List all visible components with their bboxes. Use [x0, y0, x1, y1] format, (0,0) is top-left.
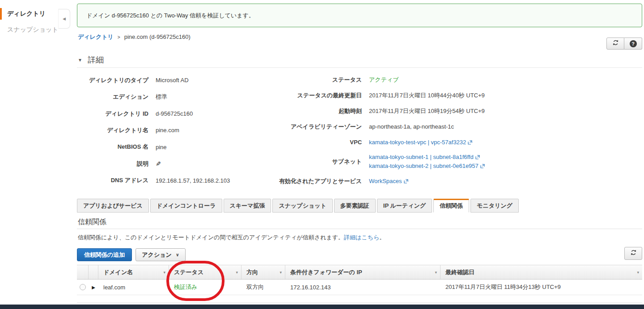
trust-description: 信頼関係により、このドメインとリモートドメインの間で相互のアイデンティティが信頼…: [78, 234, 385, 242]
header-last-checked[interactable]: 最終確認日 ▾: [441, 265, 642, 279]
detail-row: ステータスの最終更新日 2017年11月7日火曜日 10時44分40秒 UTC+…: [279, 88, 642, 103]
details-section-header[interactable]: ▼ 詳細: [78, 54, 104, 65]
sort-arrow-icon[interactable]: ▾: [163, 270, 165, 275]
detail-row: ステータス アクティブ: [279, 72, 642, 88]
learn-more-link[interactable]: 詳細はこちら: [344, 234, 379, 241]
detail-value: d-956725c160: [156, 105, 279, 122]
breadcrumb-directories-link[interactable]: ディレクトリ: [78, 33, 114, 40]
banner-message: ドメイン d-956725c160 との Two-Way 信頼を検証しています。: [86, 12, 254, 20]
tab-label: スナップショット: [279, 202, 326, 209]
refresh-button[interactable]: [606, 38, 624, 50]
detail-label: NetBIOS 名: [77, 139, 156, 155]
trust-description-suffix: 。: [379, 234, 385, 241]
detail-label: 説明: [77, 155, 156, 172]
sidebar-item-directories[interactable]: ディレクトリ: [0, 8, 59, 20]
external-link-icon: [480, 162, 485, 171]
detail-label: ディレクトリ名: [77, 122, 156, 138]
collapse-left-icon: ◀: [63, 17, 66, 21]
trust-table: ドメイン名 ▾ ステータス ▾ 方向 ▾ 条件付きフォワーダーの IP ▾ 最終…: [77, 265, 642, 303]
cell-domain-name: leaf.com: [98, 284, 169, 291]
add-trust-button[interactable]: 信頼関係の追加: [77, 248, 132, 261]
header-select-column: [77, 265, 89, 279]
tab-mfa[interactable]: 多要素認証: [334, 199, 376, 213]
sidebar-item-label: スナップショット: [7, 26, 59, 33]
column-label: 方向: [246, 268, 258, 276]
tab-ip-routing[interactable]: IP ルーティング: [377, 199, 432, 213]
detail-row: 説明 ✎: [77, 155, 279, 172]
subnet-1-link[interactable]: kamata-tokyo-subnet-1 | subnet-8a1f6ffd: [369, 154, 474, 160]
detail-row: ディレクトリのタイプ Microsoft AD: [77, 72, 279, 88]
tab-label: ドメインコントローラ: [157, 202, 216, 209]
help-button[interactable]: ?: [624, 38, 642, 50]
sort-arrow-icon[interactable]: ▾: [637, 270, 639, 275]
detail-value: 192.168.1.57, 192.168.2.103: [156, 172, 279, 189]
row-expand-icon[interactable]: ▶: [92, 285, 95, 290]
table-header-row: ドメイン名 ▾ ステータス ▾ 方向 ▾ 条件付きフォワーダーの IP ▾ 最終…: [77, 265, 642, 280]
refresh-icon: [630, 249, 637, 258]
details-grid: ディレクトリのタイプ Microsoft AD エディション 標準 ディレクトリ…: [77, 72, 642, 189]
success-banner: ドメイン d-956725c160 との Two-Way 信頼を検証しています。: [77, 4, 642, 27]
details-right-column: ステータス アクティブ ステータスの最終更新日 2017年11月7日火曜日 10…: [279, 72, 642, 189]
detail-value: 2017年11月7日火曜日 10時44分40秒 UTC+9: [369, 88, 642, 103]
detail-row: NetBIOS 名 pine: [77, 139, 279, 155]
detail-row: エディション 標準: [77, 88, 279, 105]
sidebar-item-snapshots[interactable]: スナップショット: [0, 24, 59, 36]
sidebar-collapse-handle[interactable]: ◀: [58, 9, 70, 29]
external-link-icon: [475, 153, 480, 162]
detail-label: 起動時刻: [279, 103, 369, 119]
tab-label: 多要素認証: [340, 202, 369, 209]
tab-trust-relationships[interactable]: 信頼関係: [433, 199, 469, 213]
detail-label: アベイラビリティーゾーン: [279, 119, 369, 134]
edit-description-icon[interactable]: ✎: [156, 160, 161, 167]
header-conditional-forwarder-ip[interactable]: 条件付きフォワーダーの IP ▾: [285, 265, 441, 279]
breadcrumb: ディレクトリ>pine.com (d-956725c160): [78, 33, 191, 41]
tab-domain-controllers[interactable]: ドメインコントローラ: [150, 199, 222, 213]
table-footer-spacer: [77, 295, 642, 303]
detail-label: 有効化されたアプリとサービス: [279, 173, 369, 189]
tab-snapshots[interactable]: スナップショット: [272, 199, 332, 213]
detail-row: 起動時刻 2017年11月7日火曜日 10時19分54秒 UTC+9: [279, 103, 642, 119]
column-label: 最終確認日: [445, 268, 475, 276]
actions-label: アクション: [142, 251, 172, 259]
table-row[interactable]: ▶ leaf.com 検証済み 双方向 172.16.102.143 2017年…: [77, 280, 642, 295]
sort-arrow-icon[interactable]: ▾: [236, 270, 238, 275]
detail-label: エディション: [77, 88, 156, 105]
detail-label: DNS アドレス: [77, 172, 156, 189]
row-radio-button[interactable]: [80, 284, 86, 290]
sort-arrow-icon[interactable]: ▾: [280, 270, 282, 275]
detail-row: ディレクトリ ID d-956725c160: [77, 105, 279, 122]
detail-value: 標準: [156, 88, 279, 105]
chevron-down-icon: ∨: [176, 252, 179, 257]
detail-value: Microsoft AD: [156, 72, 279, 88]
actions-dropdown-button[interactable]: アクション ∨: [136, 248, 186, 261]
detail-row: サブネット kamata-tokyo-subnet-1 | subnet-8a1…: [279, 150, 642, 173]
collapse-triangle-icon: ▼: [78, 58, 82, 63]
footer-bar: [0, 305, 644, 309]
tab-label: モニタリング: [477, 202, 513, 209]
external-link-icon: [404, 178, 408, 185]
vpc-link[interactable]: kamata-tokyo-test-vpc | vpc-57af3232: [369, 139, 466, 146]
header-status[interactable]: ステータス ▾: [169, 265, 242, 279]
detail-value: 2017年11月7日火曜日 10時19分54秒 UTC+9: [369, 103, 642, 119]
cell-direction: 双方向: [242, 283, 285, 291]
detail-label: ディレクトリのタイプ: [77, 72, 156, 88]
header-direction[interactable]: 方向 ▾: [242, 265, 285, 279]
details-left-column: ディレクトリのタイプ Microsoft AD エディション 標準 ディレクトリ…: [77, 72, 279, 189]
detail-tabs: アプリおよびサービス ドメインコントローラ スキーマ拡張 スナップショット 多要…: [77, 199, 520, 213]
tab-label: 信頼関係: [440, 202, 463, 209]
external-link-icon: [468, 139, 472, 146]
breadcrumb-separator-icon: >: [118, 35, 120, 40]
workspaces-link[interactable]: WorkSpaces: [369, 178, 402, 184]
tab-apps-and-services[interactable]: アプリおよびサービス: [77, 199, 149, 213]
sort-arrow-icon[interactable]: ▾: [435, 270, 437, 275]
tab-schema-extensions[interactable]: スキーマ拡張: [224, 199, 271, 213]
column-label: ドメイン名: [103, 268, 133, 276]
cell-forwarder-ip: 172.16.102.143: [285, 284, 441, 291]
table-refresh-button[interactable]: [624, 247, 642, 260]
subnet-2-link[interactable]: kamata-tokyo-subnet-2 | subnet-0e61e957: [369, 163, 479, 169]
tab-monitoring[interactable]: モニタリング: [470, 199, 519, 213]
main-content: ドメイン d-956725c160 との Two-Way 信頼を検証しています。…: [77, 0, 642, 309]
header-domain-name[interactable]: ドメイン名 ▾: [98, 265, 169, 279]
detail-row: ディレクトリ名 pine.com: [77, 122, 279, 138]
sidebar-item-label: ディレクトリ: [7, 10, 46, 17]
